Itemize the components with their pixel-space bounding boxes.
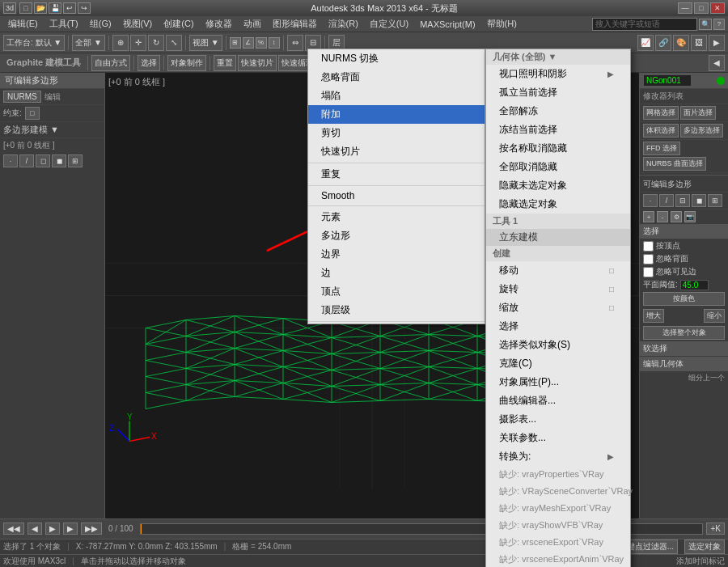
- scm-scale[interactable]: 缩放 □: [486, 298, 630, 317]
- border-icon[interactable]: ◻: [36, 154, 50, 167]
- cm-border[interactable]: 边界: [308, 245, 485, 264]
- freestyle-btn[interactable]: 自由方式: [91, 55, 130, 71]
- percent-snap[interactable]: %: [256, 37, 267, 49]
- scm-convert[interactable]: 转换为: ▶: [486, 447, 630, 466]
- scm-vray3[interactable]: 缺少: vrayMeshExport`VRay: [486, 500, 630, 517]
- spinner-snap[interactable]: ↕: [269, 37, 280, 49]
- menu-custom[interactable]: 自定义(U): [365, 17, 413, 31]
- scm-curve-editor[interactable]: 曲线编辑器...: [486, 391, 630, 410]
- scm-hide-sel[interactable]: 隐藏选定对象: [486, 195, 630, 214]
- cm-vertex[interactable]: 顶点: [308, 282, 485, 301]
- select-all-obj-btn[interactable]: 选择整个对象: [643, 326, 725, 340]
- nurms-btn[interactable]: NURMS: [3, 91, 41, 103]
- schematic-view[interactable]: 🔗: [655, 35, 671, 51]
- scm-vray1[interactable]: 缺少: vrayProperties`VRay: [486, 466, 630, 483]
- menu-modifier[interactable]: 修改器: [201, 17, 237, 31]
- select-btn[interactable]: ⊕: [112, 35, 129, 51]
- rotate-btn[interactable]: ↻: [148, 35, 164, 51]
- grow-btn[interactable]: 增大: [643, 309, 664, 323]
- cm-ignore-back[interactable]: 忽略背面: [308, 68, 485, 87]
- object-name-input[interactable]: [643, 74, 692, 87]
- scm-dope-sheet[interactable]: 摄影表...: [486, 410, 630, 429]
- scm-unfreeze-all[interactable]: 全部解冻: [486, 102, 630, 121]
- last-frame-btn[interactable]: ▶▶: [81, 523, 102, 535]
- select-all-dropdown[interactable]: 全部 ▼: [72, 35, 105, 51]
- nurbs-select-btn[interactable]: NURBS 曲面选择: [643, 157, 706, 171]
- menu-tools[interactable]: 工具(T): [44, 17, 83, 31]
- menu-graph-editor[interactable]: 图形编辑器: [268, 17, 322, 31]
- maximize-button[interactable]: □: [694, 2, 709, 14]
- save-btn[interactable]: 💾: [49, 2, 61, 14]
- scm-unhide-byname[interactable]: 按名称取消隐藏: [486, 139, 630, 158]
- camera-icon[interactable]: 📷: [684, 211, 696, 222]
- menu-maxscript[interactable]: MAXScript(M): [415, 19, 480, 30]
- scm-clone[interactable]: 克隆(C): [486, 354, 630, 373]
- scm-select-similar[interactable]: 选择类似对象(S): [486, 336, 630, 354]
- scm-vray4[interactable]: 缺少: vrayShowVFB`VRay: [486, 517, 630, 534]
- ignore-back-cb[interactable]: [643, 254, 654, 264]
- cm-quick-slice[interactable]: 快速切片: [308, 142, 485, 161]
- mat-editor[interactable]: 🎨: [673, 35, 689, 51]
- g-select-btn[interactable]: 选择: [138, 55, 160, 71]
- scm-select[interactable]: 选择: [486, 317, 630, 336]
- plus-icon[interactable]: +: [643, 211, 654, 222]
- menu-help[interactable]: 帮助(H): [482, 17, 522, 31]
- scm-vray2[interactable]: 缺少: VRaySceneConverter`VRay: [486, 483, 630, 500]
- menu-render[interactable]: 渲染(R): [324, 17, 363, 31]
- select-mode-btn[interactable]: 选定对象: [684, 539, 725, 554]
- scm-rotate[interactable]: 旋转 □: [486, 280, 630, 298]
- menu-view[interactable]: 视图(V): [118, 17, 158, 31]
- menu-anim[interactable]: 动画: [239, 17, 266, 31]
- cm-cut[interactable]: 剪切: [308, 124, 485, 142]
- render-setup[interactable]: 🖼: [691, 35, 707, 51]
- settings-icon[interactable]: ⚙: [671, 211, 682, 222]
- redo-btn[interactable]: ↪: [78, 2, 91, 14]
- snap-btn[interactable]: ⊞: [230, 37, 241, 49]
- obj-paint-btn[interactable]: 对象制作: [167, 55, 206, 71]
- scm-viewport-lighting[interactable]: 视口照明和阴影 ▶: [486, 65, 630, 83]
- vertex-icon[interactable]: ·: [3, 154, 18, 167]
- threshold-input[interactable]: [680, 280, 709, 290]
- undo-btn[interactable]: ↩: [63, 2, 76, 14]
- g-quick-slice[interactable]: 快速切片: [238, 55, 277, 71]
- move-btn[interactable]: ✛: [130, 35, 146, 51]
- key-mode-btn[interactable]: ◀◀: [3, 523, 24, 535]
- mirror-btn[interactable]: ⇔: [287, 35, 303, 51]
- volume-select-btn[interactable]: 体积选择: [643, 124, 679, 138]
- shrink-btn[interactable]: 缩小: [704, 309, 725, 323]
- mesh-select-btn[interactable]: 网格选择: [643, 106, 679, 120]
- new-btn[interactable]: □: [19, 2, 32, 14]
- e-icon[interactable]: /: [659, 194, 674, 207]
- cm-collapse[interactable]: 塌陷: [308, 87, 485, 105]
- by-color-btn[interactable]: 按颜色: [643, 292, 725, 306]
- cm-attach[interactable]: 附加: [308, 105, 485, 124]
- edge-icon[interactable]: /: [19, 154, 34, 167]
- scale-btn[interactable]: ⤡: [166, 35, 182, 51]
- g-reset-btn[interactable]: 重置: [214, 55, 236, 71]
- b-icon[interactable]: ⊟: [675, 194, 690, 207]
- workspace-dropdown[interactable]: 工作台: 默认 ▼: [3, 35, 65, 51]
- scm-freeze-sel[interactable]: 冻结当前选择: [486, 121, 630, 139]
- menu-group[interactable]: 组(G): [85, 17, 116, 31]
- scm-properties[interactable]: 对象属性(P)...: [486, 373, 630, 391]
- edit-geo-header[interactable]: 编辑几何体: [640, 357, 728, 371]
- cm-toplevel[interactable]: 顶层级: [308, 301, 485, 319]
- el-icon[interactable]: ⊞: [708, 194, 722, 207]
- ref-coord[interactable]: 视图 ▼: [189, 35, 222, 51]
- poly-build-label[interactable]: 多边形建模 ▼: [3, 124, 101, 136]
- close-button[interactable]: ✕: [710, 2, 725, 14]
- constraint-icon[interactable]: □: [25, 107, 40, 120]
- face-select-btn[interactable]: 面片选择: [680, 106, 716, 120]
- angle-snap[interactable]: ∠: [243, 37, 254, 49]
- cm-element[interactable]: 元素: [308, 208, 485, 226]
- menu-edit[interactable]: 编辑(E): [3, 17, 43, 31]
- next-frame-btn[interactable]: ▶: [63, 523, 78, 535]
- cm-polygon[interactable]: 多边形: [308, 226, 485, 245]
- by-vertex-cb[interactable]: [643, 241, 654, 252]
- menu-create[interactable]: 创建(C): [159, 17, 198, 31]
- cm-edge[interactable]: 边: [308, 264, 485, 282]
- cm-repeat[interactable]: 重复: [308, 165, 485, 184]
- scm-move[interactable]: 移动 □: [486, 261, 630, 280]
- element-icon[interactable]: ⊞: [68, 154, 83, 167]
- search-input[interactable]: [592, 18, 697, 31]
